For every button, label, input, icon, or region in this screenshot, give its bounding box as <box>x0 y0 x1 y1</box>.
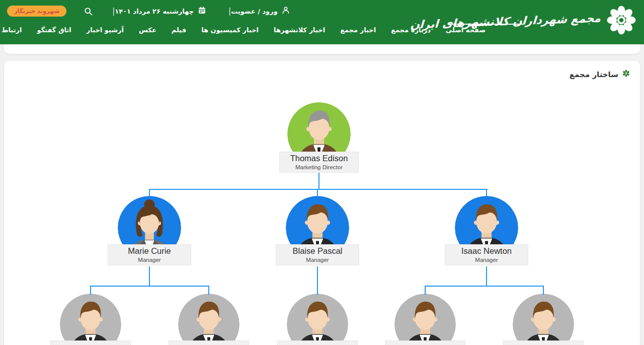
site-logo[interactable]: مجمع شهرداران کلانشهرهای ایران <box>411 1 637 41</box>
login-membership-link[interactable]: ورود / عضویت <box>231 6 290 17</box>
connector-line <box>317 189 318 197</box>
flower-icon <box>622 70 630 79</box>
nav-item-chat-room[interactable]: اتاق گفتگو <box>37 26 71 34</box>
org-node-thomas-edison[interactable]: Thomas Edison Marketing Director <box>287 102 351 166</box>
login-membership-label: ورود / عضویت <box>231 8 278 15</box>
org-chart: Thomas Edison Marketing Director Marie C… <box>4 90 640 345</box>
connector-line <box>425 286 544 287</box>
breadcrumb-strip <box>4 44 640 54</box>
logo-flourish-line <box>448 24 523 25</box>
person-name: Isaac Newton <box>447 246 526 256</box>
person-name: Blaise Pascal <box>278 246 357 256</box>
avatar <box>287 294 348 345</box>
nav-item-assembly-news[interactable]: اخبار مجمع <box>340 26 376 34</box>
org-node-employee-3[interactable] <box>287 294 348 345</box>
person-title: Marketing Director <box>282 164 356 171</box>
avatar <box>513 294 574 345</box>
search-icon[interactable] <box>84 7 93 16</box>
connector-line <box>90 286 209 287</box>
site-logo-text: مجمع شهرداران کلانشهرهای ایران <box>410 12 602 31</box>
org-node-label <box>277 340 358 345</box>
connector-line <box>425 286 426 295</box>
connector-line <box>149 189 488 190</box>
connector-line <box>543 286 544 295</box>
org-node-blaise-pascal[interactable]: Blaise Pascal Manager <box>286 196 349 259</box>
nav-item-photo[interactable]: عکس <box>139 26 156 34</box>
connector-line <box>208 286 209 295</box>
calendar-icon <box>198 6 206 17</box>
user-icon <box>281 6 290 17</box>
org-node-employee-2[interactable] <box>178 294 239 345</box>
person-title: Manager <box>278 256 357 264</box>
current-date: چهارشنبه ۲۶ مرداد ۱۴۰۱ <box>115 8 194 15</box>
citizen-reporter-button[interactable]: شهروند خبرنگار <box>7 6 66 17</box>
org-node-label <box>50 340 131 345</box>
nav-item-video[interactable]: فیلم <box>172 26 186 34</box>
org-node-label <box>169 340 249 345</box>
top-utility-bar: شهروند خبرنگار | چها <box>0 0 306 22</box>
org-node-label <box>503 340 584 345</box>
nav-item-contact-us[interactable]: ارتباط با ما <box>0 26 22 34</box>
person-title: Manager <box>110 256 189 264</box>
rosette-logo-icon <box>606 5 637 38</box>
org-node-marie-curie[interactable]: Marie Curie Manager <box>118 196 181 259</box>
connector-line <box>318 172 319 189</box>
org-node-employee-1[interactable] <box>60 294 121 345</box>
connector-line <box>486 266 487 287</box>
avatar <box>60 294 121 345</box>
org-node-employee-5[interactable] <box>513 294 574 345</box>
person-name: Marie Curie <box>110 246 189 256</box>
site-header: شهروند خبرنگار | چها <box>0 0 644 44</box>
org-node-label: Blaise Pascal Manager <box>276 244 359 265</box>
person-name: Thomas Edison <box>282 153 356 164</box>
nav-item-metropolis-news[interactable]: اخبار کلانشهرها <box>274 26 325 34</box>
connector-line <box>486 189 487 197</box>
nav-item-news-archive[interactable]: آرشیو اخبار <box>87 26 124 34</box>
connector-line <box>317 266 318 295</box>
org-node-isaac-newton[interactable]: Isaac Newton Manager <box>455 196 518 259</box>
connector-line <box>149 189 150 197</box>
org-node-label: Marie Curie Manager <box>108 244 191 265</box>
page-title: ساختار مجمع <box>570 70 618 79</box>
org-node-label: Thomas Edison Marketing Director <box>279 152 359 173</box>
org-node-label <box>385 340 465 345</box>
connector-line <box>149 266 150 287</box>
section-title-row: ساختار مجمع <box>4 61 640 81</box>
avatar <box>178 294 239 345</box>
connector-line <box>90 286 91 295</box>
org-node-label: Isaac Newton Manager <box>445 244 528 265</box>
assembly-structure-card: ساختار مجمع Thomas Edison Ma <box>4 61 640 345</box>
org-node-employee-4[interactable] <box>394 294 456 345</box>
avatar <box>394 294 456 345</box>
person-title: Manager <box>447 256 526 264</box>
date-display: چهارشنبه ۲۶ مرداد ۱۴۰۱ <box>115 6 206 17</box>
nav-item-commissions-news[interactable]: اخبار کمیسیون ها <box>201 26 259 34</box>
